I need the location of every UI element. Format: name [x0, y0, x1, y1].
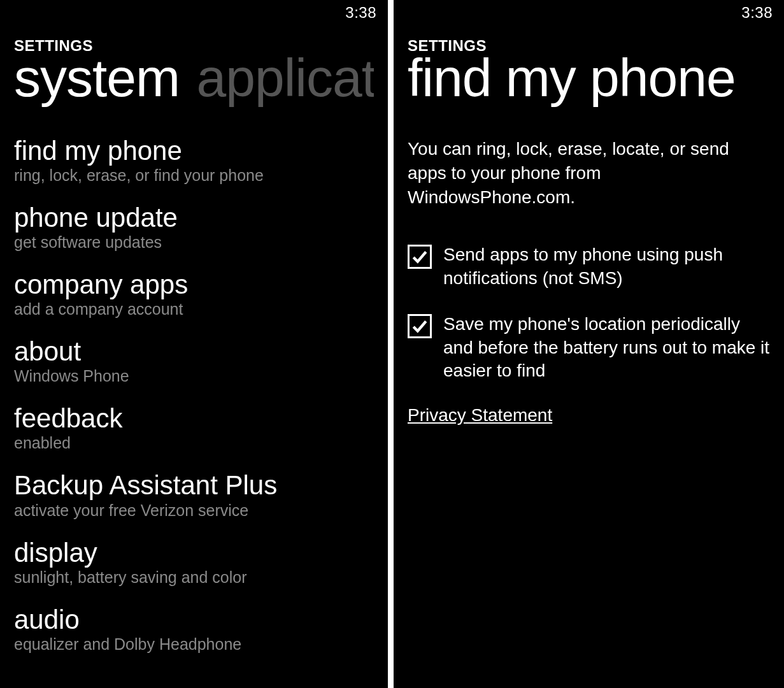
list-item-find-my-phone[interactable]: find my phone ring, lock, erase, or find…: [14, 137, 374, 185]
checkmark-icon: [411, 318, 428, 334]
page-description: You can ring, lock, erase, locate, or se…: [394, 137, 784, 209]
item-title: company apps: [14, 271, 374, 299]
item-title: feedback: [14, 405, 374, 433]
item-subtitle: activate your free Verizon service: [14, 501, 374, 520]
screen-settings-system: 3:38 SETTINGS system applicat find my ph…: [0, 0, 388, 688]
item-subtitle: sunlight, battery saving and color: [14, 568, 374, 587]
item-subtitle: ring, lock, erase, or find your phone: [14, 166, 374, 185]
checkbox-label: Save my phone's location periodically an…: [443, 313, 770, 382]
checkbox-row-save-location[interactable]: Save my phone's location periodically an…: [394, 313, 784, 382]
status-clock: 3:38: [345, 4, 376, 22]
item-title: about: [14, 338, 374, 366]
list-item-phone-update[interactable]: phone update get software updates: [14, 204, 374, 252]
item-subtitle: add a company account: [14, 300, 374, 319]
checkbox[interactable]: [408, 314, 432, 338]
item-title: phone update: [14, 204, 374, 232]
item-subtitle: Windows Phone: [14, 367, 374, 385]
privacy-statement-link[interactable]: Privacy Statement: [394, 405, 784, 426]
pivot-tab-applications[interactable]: applicat: [196, 47, 374, 109]
header: SETTINGS find my phone: [394, 25, 784, 109]
header: SETTINGS system applicat: [0, 25, 388, 109]
list-item-backup-assistant-plus[interactable]: Backup Assistant Plus activate your free…: [14, 471, 374, 519]
status-bar: 3:38: [394, 0, 784, 25]
pivot-tab-system[interactable]: system: [14, 47, 180, 109]
page-title: find my phone: [408, 47, 770, 109]
item-subtitle: equalizer and Dolby Headphone: [14, 635, 374, 654]
item-title: display: [14, 539, 374, 567]
item-subtitle: enabled: [14, 434, 374, 452]
checkbox-label: Send apps to my phone using push notific…: [443, 243, 770, 290]
item-title: Backup Assistant Plus: [14, 471, 374, 499]
screen-find-my-phone: 3:38 SETTINGS find my phone You can ring…: [394, 0, 784, 688]
link-text[interactable]: Privacy Statement: [408, 405, 552, 425]
checkbox-row-push-notifications[interactable]: Send apps to my phone using push notific…: [394, 243, 784, 290]
pivot-tabs[interactable]: system applicat: [14, 47, 374, 109]
list-item-company-apps[interactable]: company apps add a company account: [14, 271, 374, 319]
status-clock: 3:38: [741, 4, 773, 22]
item-title: audio: [14, 606, 374, 634]
status-bar: 3:38: [0, 0, 388, 25]
list-item-about[interactable]: about Windows Phone: [14, 338, 374, 385]
item-title: find my phone: [14, 137, 374, 165]
checkbox[interactable]: [408, 245, 432, 269]
item-subtitle: get software updates: [14, 233, 374, 252]
list-item-display[interactable]: display sunlight, battery saving and col…: [14, 539, 374, 587]
list-item-feedback[interactable]: feedback enabled: [14, 405, 374, 452]
settings-list[interactable]: find my phone ring, lock, erase, or find…: [0, 137, 388, 673]
checkmark-icon: [411, 248, 428, 265]
list-item-audio[interactable]: audio equalizer and Dolby Headphone: [14, 606, 374, 654]
